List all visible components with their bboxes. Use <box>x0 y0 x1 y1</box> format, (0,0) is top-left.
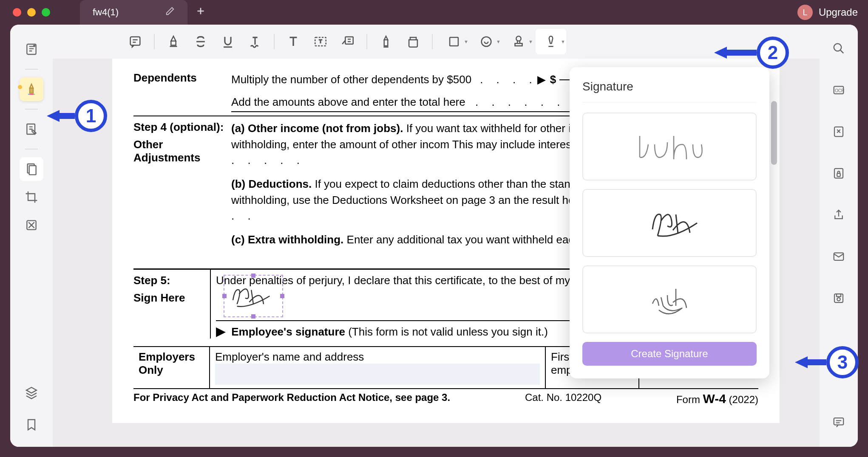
signature-option-2[interactable] <box>582 189 757 257</box>
email-button[interactable] <box>827 245 851 268</box>
resize-handle[interactable] <box>251 274 255 278</box>
svg-point-1 <box>33 45 35 47</box>
create-signature-button[interactable]: Create Signature <box>582 342 757 366</box>
svg-rect-18 <box>837 173 840 177</box>
cat-no: Cat. No. 10220Q <box>525 392 601 406</box>
layers-button[interactable] <box>20 381 43 404</box>
svg-point-13 <box>834 44 842 51</box>
sign-here-label: Sign Here <box>133 291 210 305</box>
form-text: Enter any additional tax you want withhe… <box>343 233 583 246</box>
search-button[interactable] <box>827 37 851 60</box>
signature-option-1[interactable] <box>582 113 757 181</box>
callout-2: 2 <box>714 37 789 69</box>
caret-down-icon: ▼ <box>528 39 533 44</box>
share-button[interactable] <box>827 203 851 227</box>
signature-option-3[interactable] <box>582 265 757 333</box>
emp-sig-text: (This form is not valid unless you sign … <box>345 325 548 338</box>
svg-point-21 <box>837 298 840 301</box>
app-body: ▼ ▼ ▼ ▼ Dependents Multip <box>10 25 858 447</box>
minimize-window-button[interactable] <box>27 8 36 17</box>
lock-button[interactable] <box>827 161 851 185</box>
item-label: (b) Deductions. <box>231 178 312 190</box>
divider <box>274 34 275 49</box>
close-window-button[interactable] <box>13 8 21 17</box>
bookmark-button[interactable] <box>20 413 43 437</box>
resize-handle[interactable] <box>222 294 227 298</box>
callout-badge: 1 <box>75 100 107 132</box>
callout-badge: 2 <box>757 37 789 69</box>
step-subtitle: Other Adjustments <box>133 138 231 164</box>
form-name-prefix: Form <box>676 394 703 405</box>
form-text: Multiply the number of other dependents … <box>231 71 471 88</box>
right-sidebar: OCR <box>820 25 858 447</box>
form-year: (2022) <box>726 394 758 405</box>
privacy-notice: For Privacy Act and Paperwork Reduction … <box>133 392 450 406</box>
divider <box>432 34 433 49</box>
main-area: ▼ ▼ ▼ ▼ Dependents Multip <box>53 25 820 447</box>
emp-name-label: Employer's name and address <box>215 350 364 363</box>
text-tool[interactable] <box>281 29 306 54</box>
shape-tool[interactable]: ▼ <box>439 29 469 54</box>
maximize-window-button[interactable] <box>42 8 50 17</box>
left-rail-bottom <box>20 381 43 437</box>
resize-handle[interactable] <box>280 294 284 298</box>
strikethrough-tool[interactable] <box>188 29 213 54</box>
svg-rect-7 <box>130 37 140 45</box>
popover-title: Signature <box>582 80 757 93</box>
section-heading: Dependents <box>133 71 231 112</box>
signature-mark <box>224 276 282 316</box>
note-tool[interactable] <box>122 29 148 54</box>
resize-handle[interactable] <box>251 314 255 319</box>
svg-point-12 <box>516 36 521 41</box>
edit-text-button[interactable] <box>20 117 43 141</box>
divider <box>582 102 757 102</box>
annotate-button[interactable] <box>20 77 43 101</box>
svg-rect-22 <box>837 294 841 296</box>
redact-button[interactable] <box>20 213 43 237</box>
page-edit-button[interactable] <box>20 157 43 181</box>
stamp-tool[interactable]: ▼ <box>503 29 534 54</box>
save-button[interactable] <box>827 286 851 310</box>
dollar-label: $ <box>550 71 556 88</box>
item-label: (c) Extra withholding. <box>231 233 343 246</box>
underline-tool[interactable] <box>215 29 241 54</box>
scrollbar-thumb[interactable] <box>771 101 777 165</box>
titlebar: fw4(1) L Upgrade <box>0 0 868 25</box>
callout-tool[interactable] <box>335 29 360 54</box>
tab-title: fw4(1) <box>93 7 119 18</box>
highlight-tool[interactable] <box>161 29 186 54</box>
divider <box>25 109 38 110</box>
signature-tool[interactable]: ▼ <box>536 29 566 54</box>
annotation-toolbar: ▼ ▼ ▼ ▼ <box>53 25 820 59</box>
ocr-button[interactable]: OCR <box>827 78 851 102</box>
employer-name-input[interactable] <box>215 364 540 385</box>
document-tab[interactable]: fw4(1) <box>80 0 187 25</box>
squiggly-tool[interactable] <box>242 29 268 54</box>
employers-only-label: Employers Only <box>139 350 195 376</box>
user-avatar[interactable]: L <box>797 5 813 20</box>
caret-down-icon: ▼ <box>561 39 565 44</box>
upgrade-area: L Upgrade <box>797 5 858 20</box>
link-tool[interactable]: ▼ <box>471 29 502 54</box>
edit-tab-icon[interactable] <box>165 6 175 18</box>
comments-button[interactable] <box>827 410 851 434</box>
divider <box>25 149 38 150</box>
scrollbar[interactable] <box>771 67 777 434</box>
left-sidebar <box>10 25 53 447</box>
svg-text:OCR: OCR <box>835 88 844 93</box>
divider <box>154 34 155 49</box>
traffic-lights <box>0 8 50 17</box>
form-text: Add the amounts above and enter the tota… <box>231 96 465 108</box>
crop-button[interactable] <box>20 185 43 209</box>
reader-mode-button[interactable] <box>20 37 43 61</box>
placed-signature[interactable] <box>224 275 283 317</box>
textbox-tool[interactable] <box>308 29 333 54</box>
eraser-tool[interactable] <box>400 29 426 54</box>
divider <box>25 69 38 70</box>
form-name: W-4 <box>703 392 726 406</box>
new-tab-button[interactable] <box>187 6 214 20</box>
emp-sig-label: Employee's signature <box>231 325 345 338</box>
convert-button[interactable] <box>827 120 851 144</box>
pencil-tool[interactable] <box>373 29 399 54</box>
upgrade-link[interactable]: Upgrade <box>819 6 858 18</box>
